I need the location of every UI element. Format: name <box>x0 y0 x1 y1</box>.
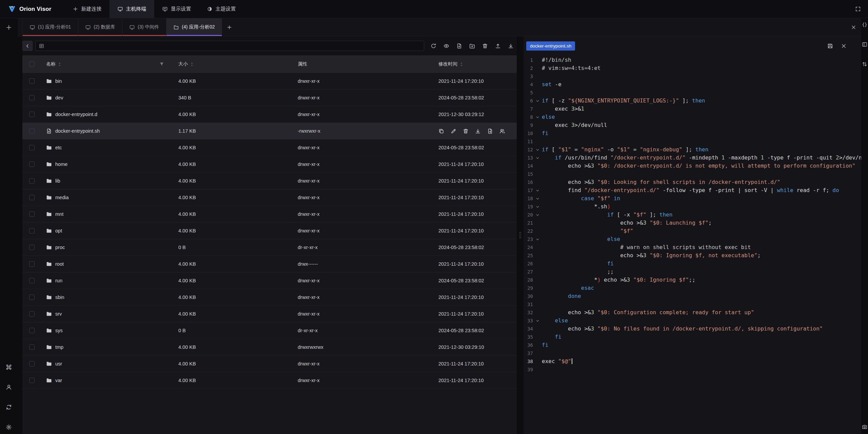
table-row[interactable]: etc4.00 KBdrwxr-xr-x2024-05-28 23:58:02 <box>22 139 517 156</box>
table-row[interactable]: mnt4.00 KBdrwxr-xr-x2021-11-24 17:20:10 <box>22 206 517 223</box>
table-row[interactable]: home4.00 KBdrwxr-xr-x2021-11-24 17:20:10 <box>22 156 517 173</box>
file-name[interactable]: mnt <box>55 211 63 217</box>
fold-chevron-icon[interactable] <box>535 205 540 209</box>
sort-modified-icon[interactable] <box>460 62 463 67</box>
table-row[interactable]: opt4.00 KBdrwxr-xr-x2021-11-24 17:20:10 <box>22 223 517 239</box>
open-file-tag[interactable]: docker-entrypoint.sh <box>526 41 575 51</box>
table-row[interactable]: docker-entrypoint.d4.00 KBdrwxr-xr-x2021… <box>22 106 517 123</box>
table-row[interactable]: dev340 Bdrwxr-xr-x2024-05-28 23:58:02 <box>22 90 517 106</box>
table-row[interactable]: srv4.00 KBdrwxr-xr-x2021-11-24 17:20:10 <box>22 306 517 322</box>
fold-chevron-icon[interactable] <box>535 213 540 217</box>
row-checkbox[interactable] <box>29 128 35 134</box>
close-editor-button[interactable] <box>840 42 848 50</box>
file-name[interactable]: root <box>55 261 64 267</box>
delete-action-icon[interactable] <box>463 128 469 134</box>
table-row[interactable]: docker-entrypoint.sh1.17 KB-rwxrwxr-x <box>22 123 517 139</box>
row-checkbox[interactable] <box>29 278 35 283</box>
file-name[interactable]: tmp <box>55 344 63 350</box>
code-editor[interactable]: 1#!/bin/sh2# vim:sw=4:ts=4:et34set -e56i… <box>524 55 861 434</box>
file-name[interactable]: opt <box>55 228 62 233</box>
panel-resize-handle[interactable] <box>517 36 524 434</box>
row-checkbox[interactable] <box>29 295 35 300</box>
session-tab-4[interactable]: (4) 应用-分析02 <box>166 18 222 36</box>
select-all-checkbox[interactable] <box>29 61 35 67</box>
shortcuts-button[interactable] <box>4 362 14 372</box>
fold-chevron-icon[interactable] <box>535 319 540 323</box>
nav-item-display-settings[interactable]: 显示设置 <box>154 0 199 18</box>
row-checkbox[interactable] <box>29 361 35 366</box>
fold-chevron-icon[interactable] <box>535 115 540 119</box>
table-row[interactable]: lib4.00 KBdrwxr-xr-x2021-11-24 17:20:10 <box>22 173 517 189</box>
nav-item-theme-settings[interactable]: 主题设置 <box>199 0 244 18</box>
file-name[interactable]: lib <box>55 178 60 184</box>
file-name[interactable]: var <box>55 378 62 383</box>
path-input[interactable] <box>35 41 424 51</box>
file-name[interactable]: media <box>55 195 69 200</box>
table-row[interactable]: tmp4.00 KBdrwxrwxrwx2021-12-30 03:29:10 <box>22 339 517 356</box>
row-checkbox[interactable] <box>29 344 35 350</box>
table-row[interactable]: usr4.00 KBdrwxr-xr-x2021-11-24 17:20:10 <box>22 356 517 372</box>
row-checkbox[interactable] <box>29 311 35 317</box>
table-row[interactable]: bin4.00 KBdrwxr-xr-x2021-11-24 17:20:10 <box>22 73 517 90</box>
edit-action-icon[interactable] <box>451 128 456 134</box>
file-name[interactable]: home <box>55 162 67 167</box>
row-checkbox[interactable] <box>29 78 35 84</box>
file-name[interactable]: sbin <box>55 295 64 300</box>
row-checkbox[interactable] <box>29 195 35 200</box>
new-file-button[interactable] <box>454 41 465 51</box>
path-list-icon[interactable] <box>39 43 44 49</box>
table-row[interactable]: sbin4.00 KBdrwxr-xr-x2021-11-24 17:20:10 <box>22 289 517 306</box>
fold-chevron-icon[interactable] <box>535 196 540 201</box>
table-row[interactable]: root4.00 KBdrwx------2021-11-24 17:20:10 <box>22 256 517 272</box>
row-checkbox[interactable] <box>29 378 35 383</box>
row-checkbox[interactable] <box>29 328 35 333</box>
table-row[interactable]: proc0 Bdr-xr-xr-x2024-05-28 23:58:02 <box>22 239 517 256</box>
screenshot-button[interactable] <box>862 424 868 430</box>
sort-size-icon[interactable] <box>190 62 194 67</box>
show-hidden-button[interactable] <box>441 41 452 51</box>
refresh-button[interactable] <box>428 41 439 51</box>
panel-toggle-button[interactable] <box>862 41 868 48</box>
new-session-button[interactable] <box>4 23 14 32</box>
move-action-icon[interactable] <box>487 128 493 134</box>
file-name[interactable]: run <box>55 278 62 283</box>
session-tab-2[interactable]: (2) 数据库 <box>78 18 122 36</box>
file-name[interactable]: proc <box>55 245 65 250</box>
file-name[interactable]: srv <box>55 311 62 317</box>
variables-button[interactable] <box>862 22 868 28</box>
table-row[interactable]: sys0 Bdr-xr-xr-x2024-05-28 23:58:02 <box>22 322 517 339</box>
table-row[interactable]: media4.00 KBdrwxr-xr-x2021-11-24 17:20:1… <box>22 189 517 206</box>
close-all-tabs-button[interactable] <box>846 18 861 36</box>
table-row[interactable]: run4.00 KBdrwxr-xr-x2024-05-28 23:58:02 <box>22 272 517 289</box>
fold-chevron-icon[interactable] <box>535 237 540 242</box>
row-checkbox[interactable] <box>29 112 35 117</box>
file-name[interactable]: usr <box>55 361 62 366</box>
table-row[interactable]: var4.00 KBdrwxr-xr-x2021-11-24 17:20:10 <box>22 372 517 389</box>
copy-path-action-icon[interactable] <box>438 128 444 134</box>
new-folder-button[interactable] <box>467 41 477 51</box>
row-checkbox[interactable] <box>29 245 35 250</box>
sync-button[interactable] <box>4 402 14 412</box>
session-tab-1[interactable]: (1) 应用-分析01 <box>22 18 78 36</box>
session-tab-3[interactable]: (3) 中间件 <box>122 18 166 36</box>
fullscreen-button[interactable] <box>851 0 865 18</box>
settings-button[interactable] <box>4 422 14 432</box>
file-name[interactable]: docker-entrypoint.sh <box>55 128 100 134</box>
upload-button[interactable] <box>493 41 503 51</box>
row-checkbox[interactable] <box>29 162 35 167</box>
file-name[interactable]: sys <box>55 328 63 333</box>
row-checkbox[interactable] <box>29 211 35 217</box>
fold-chevron-icon[interactable] <box>535 148 540 152</box>
row-checkbox[interactable] <box>29 228 35 233</box>
file-name[interactable]: docker-entrypoint.d <box>55 112 97 117</box>
row-checkbox[interactable] <box>29 145 35 150</box>
permission-action-icon[interactable] <box>499 128 505 134</box>
row-checkbox[interactable] <box>29 95 35 100</box>
new-tab-button[interactable] <box>222 18 236 36</box>
filter-name-icon[interactable] <box>159 62 164 67</box>
row-checkbox[interactable] <box>29 261 35 267</box>
row-checkbox[interactable] <box>29 178 35 184</box>
fold-chevron-icon[interactable] <box>535 156 540 160</box>
fold-chevron-icon[interactable] <box>535 99 540 103</box>
back-button[interactable] <box>22 41 33 51</box>
